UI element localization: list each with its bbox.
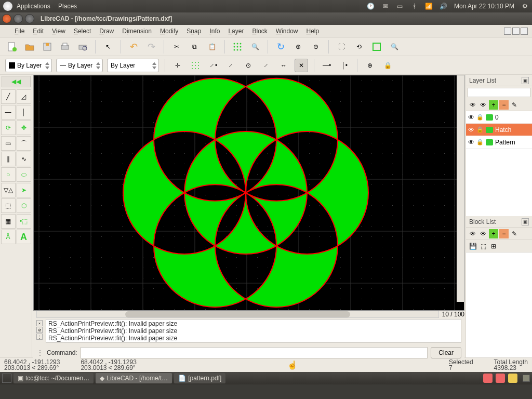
cursor-icon[interactable]: ↖ xyxy=(101,40,115,54)
snap-intersection-icon[interactable]: ✕ xyxy=(295,59,308,72)
tool-curve-icon[interactable]: ∿ xyxy=(17,152,31,166)
menu-view[interactable]: View xyxy=(52,28,65,35)
layer-list[interactable]: 👁🔒0👁🔒Hatch👁🔒Pattern xyxy=(466,111,532,216)
command-log[interactable]: RS_ActionPrintPreview::fit(): Invalid pa… xyxy=(46,319,461,343)
mdi-close-icon[interactable] xyxy=(521,28,528,35)
tool-rect-icon[interactable]: ▭ xyxy=(1,136,16,151)
visibility-icon[interactable]: 👁 xyxy=(468,114,474,121)
tool-hatch-icon[interactable]: ▦ xyxy=(1,214,16,229)
layer-row[interactable]: 👁🔒0 xyxy=(466,111,532,124)
menu-dimension[interactable]: Dimension xyxy=(122,28,152,35)
panel-close-icon[interactable]: ▣ xyxy=(522,218,529,225)
visibility-icon[interactable]: 👁 xyxy=(468,139,474,146)
layer-add-icon[interactable]: + xyxy=(489,100,498,110)
zoom-pan-icon[interactable]: 🔍 xyxy=(388,40,401,54)
new-file-icon[interactable] xyxy=(5,40,19,54)
layer-row[interactable]: 👁🔒Pattern xyxy=(466,136,532,149)
menu-window[interactable]: Window xyxy=(276,28,298,35)
lock-relative-zero-icon[interactable]: 🔒 xyxy=(381,59,394,72)
snap-free-icon[interactable]: ✛ xyxy=(171,59,184,72)
save-icon[interactable] xyxy=(41,40,54,54)
zoom-in-icon[interactable]: ⊕ xyxy=(291,40,305,54)
block-hideall-icon[interactable]: 👁 xyxy=(478,229,488,238)
tool-circle-icon[interactable]: ○ xyxy=(1,167,16,182)
layer-showall-icon[interactable]: 👁 xyxy=(468,100,477,110)
zoom-draft-icon[interactable]: 🔍 xyxy=(248,40,262,54)
menu-help[interactable]: Help xyxy=(307,28,320,35)
canvas-viewport[interactable] xyxy=(33,75,464,311)
layer-remove-icon[interactable]: − xyxy=(499,100,509,110)
block-create-icon[interactable]: ⊞ xyxy=(489,242,498,251)
zoom-previous-icon[interactable]: ⟲ xyxy=(352,40,366,54)
block-list[interactable] xyxy=(466,252,532,357)
command-handle-icon[interactable]: ⋮ xyxy=(36,349,44,357)
zoom-window-icon[interactable] xyxy=(370,40,383,54)
window-minimize-button[interactable] xyxy=(14,14,23,23)
block-insert-icon[interactable]: ⬚ xyxy=(478,242,488,251)
horizontal-scrollbar[interactable] xyxy=(36,311,439,318)
snap-distance-icon[interactable]: ↔ xyxy=(277,59,290,72)
tool-angle-icon[interactable]: ◿ xyxy=(17,89,31,104)
cut-icon[interactable]: ✂ xyxy=(170,40,183,54)
zoom-auto-icon[interactable]: ⛶ xyxy=(335,40,348,54)
log-clear-icon[interactable]: ⊘ xyxy=(36,327,43,333)
tool-vline-icon[interactable]: │ xyxy=(17,105,31,119)
snap-grid-icon[interactable] xyxy=(189,59,202,72)
menu-file[interactable]: File xyxy=(15,28,24,35)
menu-block[interactable]: Block xyxy=(252,28,267,35)
tool-select-icon[interactable]: ⬚ xyxy=(1,198,16,213)
printer-icon[interactable] xyxy=(486,114,493,121)
lock-icon[interactable]: 🔒 xyxy=(476,139,484,145)
drawing-canvas[interactable] xyxy=(34,75,458,310)
restrict-vertical-icon[interactable]: │• xyxy=(338,59,351,72)
print-preview-icon[interactable] xyxy=(76,40,89,54)
log-menu-icon[interactable]: ⋮ xyxy=(36,334,43,340)
block-add-icon[interactable]: + xyxy=(489,229,498,238)
wifi-icon[interactable]: 📶 xyxy=(425,2,433,10)
tool-rotate-icon[interactable]: ⟳ xyxy=(1,121,16,135)
menu-layer[interactable]: Layer xyxy=(228,28,244,35)
linewidth-combo[interactable]: —By Layer xyxy=(56,59,103,72)
task-librecad[interactable]: ◆ LibreCAD - [/home/t… xyxy=(96,373,172,383)
window-close-button[interactable] xyxy=(2,14,11,23)
mdi-restore-icon[interactable] xyxy=(512,28,520,35)
layer-edit-icon[interactable]: ✎ xyxy=(510,100,519,110)
restrict-horizontal-icon[interactable]: —• xyxy=(320,59,334,72)
task-terminal[interactable]: ▣ tcc@tcc: ~/Documen… xyxy=(14,373,94,383)
clock-text[interactable]: Mon Apr 22 10:10 PM xyxy=(454,3,514,10)
tool-hline-icon[interactable]: — xyxy=(1,105,16,119)
tray-icon-3[interactable] xyxy=(508,374,517,383)
mdi-minimize-icon[interactable] xyxy=(504,28,511,35)
layer-row[interactable]: 👁🔒Hatch xyxy=(466,124,532,136)
snap-on-entity-icon[interactable]: ⟋ xyxy=(224,59,237,72)
menu-modify[interactable]: Modify xyxy=(160,28,178,35)
menu-draw[interactable]: Draw xyxy=(99,28,114,35)
vertical-scrollbar[interactable] xyxy=(457,75,464,302)
command-input[interactable] xyxy=(81,347,428,358)
block-showall-icon[interactable]: 👁 xyxy=(468,229,477,238)
tool-dimension-icon[interactable]: Å xyxy=(1,230,16,244)
undo-icon[interactable]: ↶ xyxy=(127,40,140,54)
color-combo[interactable]: By Layer xyxy=(5,59,52,72)
tool-polyline-icon[interactable]: ⬡ xyxy=(17,198,31,213)
tool-text-icon[interactable]: A xyxy=(17,230,31,244)
snap-endpoint-icon[interactable]: ⟋• xyxy=(206,59,220,72)
clock-icon[interactable]: 🕑 xyxy=(367,2,375,10)
block-remove-icon[interactable]: − xyxy=(499,229,509,238)
applications-menu[interactable]: Applications xyxy=(17,3,50,10)
paste-icon[interactable]: 📋 xyxy=(205,40,219,54)
window-maximize-button[interactable] xyxy=(25,14,34,23)
tool-back-button[interactable]: ◀◀ xyxy=(2,76,31,87)
log-close-icon[interactable]: × xyxy=(36,320,43,326)
copy-icon[interactable]: ⧉ xyxy=(188,40,201,54)
battery-icon[interactable]: ▭ xyxy=(396,2,404,10)
menu-edit[interactable]: Edit xyxy=(33,28,44,35)
tool-arc-icon[interactable]: ⌒ xyxy=(17,136,31,151)
tool-line-icon[interactable]: ╱ xyxy=(1,89,16,104)
clear-button[interactable]: Clear xyxy=(431,347,461,358)
task-pdf[interactable]: 📄 [pattern.pdf] xyxy=(174,373,225,383)
printer-icon[interactable] xyxy=(486,139,493,145)
grid-toggle-icon[interactable] xyxy=(231,40,244,54)
scrollbar-thumb[interactable] xyxy=(125,311,350,317)
window-titlebar[interactable]: LibreCAD - [/home/tcc/Drawings/Pattern.d… xyxy=(0,12,532,25)
